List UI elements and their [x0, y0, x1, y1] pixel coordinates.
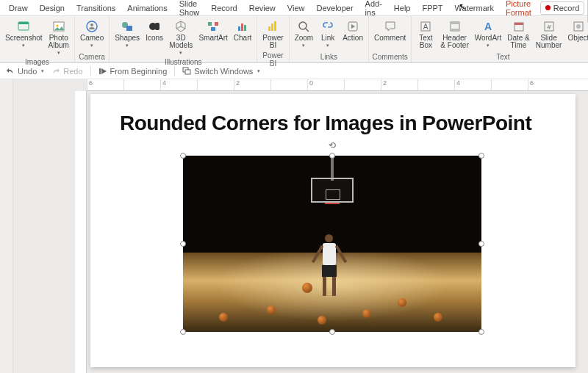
- tab-design[interactable]: Design: [34, 1, 71, 15]
- ruler-tick: [270, 79, 307, 90]
- redo-icon: [51, 67, 60, 76]
- resize-handle-mr[interactable]: [478, 241, 484, 247]
- ribbon-group-power-bi: Power BIPower BI: [257, 16, 289, 62]
- windows-icon: [182, 67, 191, 76]
- comment-icon: [383, 19, 398, 34]
- cameo-button-label: Cameo: [80, 35, 104, 42]
- svg-rect-11: [155, 23, 159, 30]
- rotation-handle[interactable]: ⟲: [328, 141, 337, 150]
- ruler-tick: [344, 79, 381, 90]
- screenshot-icon: [16, 19, 31, 34]
- undo-button[interactable]: Undo▾: [6, 67, 44, 76]
- ribbon-group-illustrations: Shapes▾Icons3D Models▾SmartArtChartIllus…: [110, 16, 257, 62]
- svg-rect-30: [514, 23, 523, 25]
- photo-album-button-label: Photo Album: [49, 35, 69, 49]
- link-button-label: Link: [321, 35, 334, 42]
- record-button[interactable]: Record: [540, 1, 584, 15]
- resize-handle-tm[interactable]: [329, 153, 335, 159]
- tab-draw[interactable]: Draw: [3, 1, 34, 15]
- 3d-models-icon: [173, 19, 188, 34]
- tab-animations[interactable]: Animations: [121, 1, 173, 15]
- tab-developer[interactable]: Developer: [310, 1, 359, 15]
- shapes-icon: [120, 19, 135, 34]
- resize-handle-ml[interactable]: [180, 241, 186, 247]
- comment-button-label: Comment: [374, 35, 406, 42]
- wordart-button[interactable]: AWordArt▾: [473, 18, 504, 50]
- chevron-down-icon: ▾: [302, 43, 305, 48]
- svg-rect-19: [271, 23, 273, 31]
- ruler-tick: 4: [454, 79, 491, 90]
- slide[interactable]: Rounded Corners for Images in PowerPoint…: [90, 94, 576, 367]
- resize-handle-tl[interactable]: [180, 153, 186, 159]
- 3d-models-button[interactable]: 3D Models▾: [167, 18, 195, 57]
- tab-fppt[interactable]: FPPT: [416, 1, 448, 15]
- svg-rect-16: [241, 23, 243, 31]
- date-time-button[interactable]: Date & Time: [505, 18, 532, 51]
- ruler-tick: [197, 79, 234, 90]
- header-footer-button[interactable]: Header & Footer: [438, 18, 470, 51]
- slide-number-button[interactable]: #Slide Number: [534, 18, 564, 51]
- thumbnail-pane[interactable]: [0, 79, 13, 373]
- svg-rect-40: [185, 70, 190, 74]
- from-beginning-button[interactable]: From Beginning: [98, 67, 168, 76]
- svg-rect-15: [238, 26, 240, 31]
- ribbon-group-comments: CommentComments: [369, 16, 412, 62]
- chevron-down-icon: ▾: [90, 43, 93, 48]
- menubar: Draw Design Transitions Animations Slide…: [0, 0, 588, 16]
- action-button[interactable]: Action: [340, 18, 365, 43]
- photo-album-icon: [51, 19, 66, 34]
- resize-handle-br[interactable]: [478, 329, 484, 335]
- ruler-tick: 6: [528, 79, 564, 90]
- slide-title[interactable]: Rounded Corners for Images in PowerPoint: [120, 112, 546, 135]
- resize-handle-tr[interactable]: [478, 153, 484, 159]
- shapes-button-label: Shapes: [115, 35, 140, 42]
- chevron-down-icon: ▾: [179, 50, 182, 56]
- text-box-icon: A: [418, 19, 433, 34]
- chevron-down-icon: ▾: [126, 43, 129, 48]
- tab-transitions[interactable]: Transitions: [71, 1, 121, 15]
- cameo-icon: [85, 19, 99, 34]
- date-time-icon: [512, 19, 526, 34]
- ruler-tick: 2: [234, 79, 270, 90]
- chart-button[interactable]: Chart: [232, 18, 254, 43]
- icons-button-label: Icons: [146, 35, 163, 42]
- svg-rect-20: [274, 21, 276, 31]
- slide-canvas-area[interactable]: 6420246 Rounded Corners for Images in Po…: [13, 79, 588, 373]
- tab-review[interactable]: Review: [243, 1, 282, 15]
- tab-watermark[interactable]: Watermark: [449, 1, 500, 15]
- text-box-button[interactable]: AText Box: [415, 18, 437, 51]
- tab-view[interactable]: View: [282, 1, 311, 15]
- cameo-button[interactable]: Cameo▾: [78, 18, 106, 50]
- wordart-button-label: WordArt: [475, 35, 502, 42]
- svg-rect-3: [18, 22, 29, 24]
- ruler-tick: 0: [307, 79, 344, 90]
- svg-rect-27: [451, 29, 459, 31]
- screenshot-button[interactable]: Screenshot▾: [3, 18, 45, 50]
- link-icon: [320, 19, 335, 34]
- resize-handle-bl[interactable]: [180, 329, 186, 335]
- chevron-down-icon: ▾: [57, 50, 60, 56]
- redo-button[interactable]: Redo: [51, 67, 82, 76]
- action-button-label: Action: [343, 35, 363, 42]
- selected-image[interactable]: ⟲: [183, 156, 481, 332]
- tab-record[interactable]: Record: [205, 1, 243, 15]
- shapes-button[interactable]: Shapes▾: [112, 18, 142, 50]
- power-bi-button[interactable]: Power BI: [260, 18, 285, 51]
- svg-rect-18: [268, 26, 270, 31]
- smartart-button[interactable]: SmartArt: [196, 18, 229, 43]
- horizontal-ruler: 6420246: [87, 79, 588, 91]
- comment-button[interactable]: Comment: [372, 18, 408, 43]
- resize-handle-bm[interactable]: [329, 329, 335, 335]
- zoom-icon: [296, 19, 311, 34]
- link-button[interactable]: Link▾: [317, 18, 339, 50]
- svg-rect-14: [211, 27, 215, 31]
- group-label: Links: [293, 52, 365, 62]
- zoom-button[interactable]: Zoom▾: [293, 18, 316, 50]
- icons-button[interactable]: Icons: [143, 18, 165, 43]
- photo-album-button[interactable]: Photo Album▾: [46, 18, 71, 57]
- object-button[interactable]: Object: [565, 18, 588, 43]
- ruler-tick: 2: [381, 79, 417, 90]
- tab-help[interactable]: Help: [388, 1, 417, 15]
- ribbon-group-images: Screenshot▾Photo Album▾Images: [0, 16, 75, 62]
- switch-windows-button[interactable]: Switch Windows▾: [182, 67, 260, 76]
